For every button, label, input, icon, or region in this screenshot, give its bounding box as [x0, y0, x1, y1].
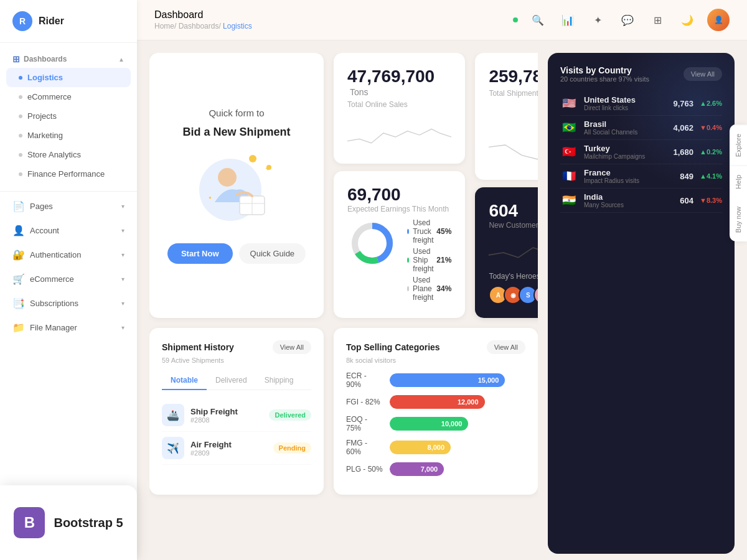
country-change: ▲4.1% — [700, 172, 722, 180]
shipment-status-1: Delivered — [269, 409, 311, 421]
country-name: France — [584, 168, 639, 177]
sidebar-item-finance-performance[interactable]: Finance Performance — [0, 164, 137, 184]
side-tabs: Explore Help Buy now — [730, 124, 747, 241]
main-area: Dashboard Home/ Dashboards/ Logistics 🔍 … — [137, 0, 747, 560]
earnings-content: Used Truck freight 45% Used Ship freight — [347, 218, 451, 304]
ship-dot — [407, 258, 409, 263]
sidebar: R Rider ⊞ Dashboards ▲ Logistics eCommer… — [0, 0, 137, 560]
bar-track: 10,000 — [390, 417, 525, 431]
shipment-tabs: Notable Delivered Shipping — [162, 371, 311, 390]
sidebar-item-projects[interactable]: Projects — [0, 106, 137, 126]
air-freight-icon: ✈️ — [162, 437, 184, 459]
country-row: 🇫🇷 France Impact Radius visits 849 ▲4.1% — [560, 164, 722, 189]
bootstrap-watermark: B Bootstrap 5 — [0, 485, 137, 560]
auth-icon: 🔐 — [12, 249, 25, 261]
donut-legend: Used Truck freight 45% Used Ship freight — [407, 218, 451, 304]
total-sales-label: Total Online Sales — [347, 100, 451, 109]
legend-ship: Used Ship freight 21% — [407, 247, 451, 273]
dot-icon — [19, 134, 22, 138]
user-avatar[interactable]: 👤 — [707, 9, 730, 31]
chevron-icon: ▾ — [121, 276, 125, 282]
country-row: 🇹🇷 Turkey Mailchimp Campaigns 1,680 ▲0.2… — [560, 140, 722, 164]
dashboards-section: ⊞ Dashboards ▲ Logistics eCommerce Proje… — [0, 43, 137, 189]
bar-chart-icon[interactable]: 📊 — [558, 10, 578, 30]
sales-unit: Tons — [350, 87, 369, 97]
sidebar-item-authentication[interactable]: 🔐 Authentication ▾ — [0, 243, 137, 267]
svg-point-0 — [218, 168, 237, 187]
bar-track: 15,000 — [390, 373, 525, 387]
content-area: Quick form to Bid a New Shipment — [137, 40, 747, 560]
country-source: Mailchimp Campaigns — [584, 153, 645, 160]
shipment-status-2: Pending — [273, 442, 311, 454]
visits-subtitle: 20 countries share 97% visits — [560, 75, 649, 83]
sidebar-item-store-analytics[interactable]: Store Analytics — [0, 145, 137, 164]
sidebar-item-ecommerce[interactable]: eCommerce — [0, 87, 137, 106]
country-change: ▲0.2% — [700, 148, 722, 156]
shipments-sparkline — [489, 133, 538, 170]
shipment-view-all-button[interactable]: View All — [273, 340, 311, 354]
explore-tab[interactable]: Explore — [730, 124, 747, 166]
sidebar-item-file-manager[interactable]: 📁 File Manager ▾ — [0, 315, 137, 340]
earnings-card: 69,700 Expected Earnings This Month — [334, 171, 465, 318]
categories-header: Top Selling Categories View All — [346, 340, 525, 354]
header-right: 🔍 📊 ✦ 💬 ⊞ 🌙 👤 — [513, 9, 730, 31]
settings-icon[interactable]: ✦ — [588, 10, 608, 30]
chevron-icon: ▾ — [121, 324, 125, 331]
bar-label: FGI - 82% — [346, 398, 383, 406]
total-sales-value: 47,769,700 — [347, 67, 435, 86]
visits-view-all-button[interactable]: View All — [684, 67, 722, 81]
pages-icon: 📄 — [12, 200, 25, 212]
shipment-subtitle: 59 Active Shipments — [162, 357, 311, 364]
categories-bars: ECR - 90% 15,000 FGI - 82% 12,000 EOQ - … — [346, 371, 525, 476]
categories-view-all-button[interactable]: View All — [487, 340, 525, 354]
country-flag: 🇺🇸 — [560, 97, 578, 110]
chevron-up-icon: ▲ — [118, 56, 125, 63]
breadcrumb: Home/ Dashboards/ Logistics — [154, 22, 252, 30]
active-dot-icon — [19, 76, 22, 80]
sidebar-item-marketing[interactable]: Marketing — [0, 126, 137, 145]
tab-shipping[interactable]: Shipping — [256, 371, 303, 390]
country-source: All Social Channels — [584, 129, 637, 136]
bar-value: 15,000 — [478, 376, 499, 384]
country-info: United States Direct link clicks — [584, 95, 636, 111]
country-flag: 🇧🇷 — [560, 121, 578, 134]
country-flag: 🇹🇷 — [560, 146, 578, 158]
bar-value: 8,000 — [428, 444, 445, 451]
buy-now-tab[interactable]: Buy now — [730, 198, 747, 241]
country-source: Many Sources — [584, 202, 624, 208]
country-info: India Many Sources — [584, 192, 624, 208]
sidebar-item-subscriptions[interactable]: 📑 Subscriptions ▾ — [0, 291, 137, 315]
illustration-svg: ✦ ● — [193, 152, 280, 227]
chat-icon[interactable]: 💬 — [618, 10, 637, 30]
sidebar-logo[interactable]: R Rider — [0, 0, 137, 43]
chevron-icon: ▾ — [121, 203, 125, 210]
shipment-title: Shipment History — [162, 342, 234, 352]
chevron-icon: ▾ — [121, 227, 125, 234]
tab-delivered[interactable]: Delivered — [207, 371, 256, 390]
visits-title: Visits by Country — [560, 65, 649, 75]
grid-icon[interactable]: ⊞ — [647, 10, 667, 30]
shipment-item-name: Ship Freight — [190, 407, 238, 416]
sidebar-item-pages[interactable]: 📄 Pages ▾ — [0, 194, 137, 218]
help-tab[interactable]: Help — [730, 166, 747, 198]
status-dot — [513, 17, 518, 22]
country-change: ▼0.4% — [700, 124, 722, 131]
bar-item: FMG - 60% 8,000 — [346, 439, 525, 456]
dashboards-group[interactable]: ⊞ Dashboards ▲ — [0, 48, 137, 68]
tab-notable[interactable]: Notable — [162, 371, 207, 390]
new-customers-card: 604 New Customers This Month Today's Her… — [475, 187, 538, 318]
bar-fill: 8,000 — [390, 441, 451, 454]
sidebar-item-account[interactable]: 👤 Account ▾ — [0, 218, 137, 243]
country-visits: 1,680 — [673, 147, 693, 157]
bar-track: 8,000 — [390, 441, 525, 454]
country-source: Direct link clicks — [584, 105, 636, 111]
bar-value: 12,000 — [458, 398, 479, 406]
bootstrap-label: Bootstrap 5 — [54, 516, 123, 530]
start-now-button[interactable]: Start Now — [167, 243, 233, 264]
dark-mode-icon[interactable]: 🌙 — [677, 10, 697, 30]
sidebar-item-ecommerce-nav[interactable]: 🛒 eCommerce ▾ — [0, 267, 137, 291]
quick-guide-button[interactable]: Quick Guide — [239, 243, 306, 264]
search-icon[interactable]: 🔍 — [528, 10, 548, 30]
sidebar-item-logistics[interactable]: Logistics — [6, 68, 131, 87]
country-change: ▲2.6% — [700, 100, 722, 107]
